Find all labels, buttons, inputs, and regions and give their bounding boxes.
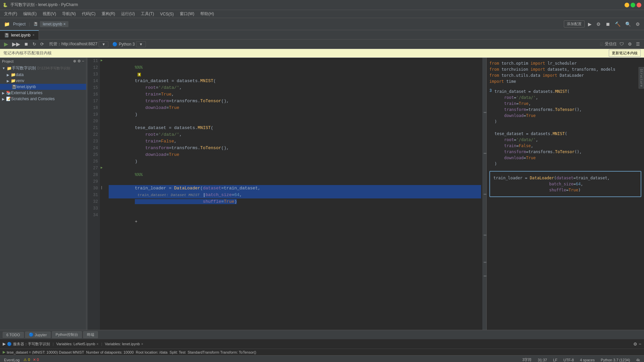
tab-icon: 📓 <box>4 33 9 38</box>
status-event-log[interactable]: EventLog <box>3 358 21 362</box>
cursor-line-30: | <box>101 185 103 190</box>
scroll-marker-6 <box>484 276 486 277</box>
code-line-11: %%% ▮ <box>109 58 481 64</box>
var-lenet5-close[interactable]: × <box>97 342 99 346</box>
cell-marker: ▮ <box>138 73 141 76</box>
sidebar-item-root[interactable]: ▼ 📁 手写数字识别 D:\1234\手写数字识别 <box>0 65 86 72</box>
sidebar-close-icon[interactable]: − <box>82 59 84 63</box>
run-cell-icon-11[interactable]: ▶ <box>101 58 103 63</box>
update-kernel-button[interactable]: 更新笔记本内核 <box>609 50 641 57</box>
menu-window[interactable]: 窗口(W) <box>177 10 197 17</box>
menu-help[interactable]: 帮助(H) <box>198 10 217 17</box>
tab-lenet[interactable]: 📓 lenet.ipynb × <box>0 30 39 40</box>
add-config-button[interactable]: 添加配置 <box>564 20 585 27</box>
root-label: 手写数字识别 <box>12 65 36 71</box>
code-line-28 <box>109 172 481 178</box>
bottom-tabs-bar: 6 TODO 🔵 Jupyter Python控制台 终端 <box>0 330 644 339</box>
menu-run[interactable]: 运行(U) <box>118 10 138 17</box>
var-lenet-close[interactable]: × <box>141 342 143 346</box>
var-play-button[interactable]: ▶ <box>3 342 6 346</box>
var-settings-button[interactable]: ⚙ <box>633 342 637 347</box>
code-line-27: %%% <box>109 165 481 172</box>
code-content[interactable]: %%% ▮ train_dataset = datasets.MNIST( ro… <box>107 58 482 330</box>
status-indent[interactable]: 4 spaces <box>579 358 596 362</box>
run-button[interactable]: ▶ <box>587 21 593 27</box>
variable-data-row: ▶ tese_dataset = (MNIST: 10000) Dataset … <box>0 349 644 355</box>
menu-code[interactable]: 代码(C) <box>79 10 98 17</box>
file-tab[interactable]: lenet.ipynb × <box>40 21 68 27</box>
nb-restart-button[interactable]: ↻ <box>31 41 38 47</box>
var-hide-button[interactable]: − <box>639 342 641 347</box>
server-label: 托管：http://localhost:8827 <box>49 41 97 47</box>
sidebar-item-scratches[interactable]: ▶ 📝 Scratches and Consoles <box>0 96 86 102</box>
status-size: 4k <box>635 358 641 362</box>
warning-text: 笔记本内核不匹配项目内核 <box>3 50 52 56</box>
settings-button[interactable]: ⚙ <box>634 21 641 27</box>
sidebar-item-data[interactable]: ▶ 📁 data <box>0 72 86 78</box>
nb-list-icon[interactable]: ☰ <box>635 41 641 47</box>
tab-todo[interactable]: 6 TODO <box>3 332 24 338</box>
search-button[interactable]: 🔍 <box>624 21 632 27</box>
project-icon[interactable]: 📁 <box>3 21 11 27</box>
nb-interrupt-button[interactable]: ⏹ <box>23 41 30 47</box>
status-encoding[interactable]: UTF-8 <box>562 358 575 362</box>
var-tab-lenet[interactable]: Variables: lenet.ipynb <box>105 342 140 346</box>
trusted-label: 受信任 <box>605 41 617 47</box>
warning-bar: 笔记本内核不匹配项目内核 更新笔记本内核 <box>0 49 644 58</box>
nb-settings-icon[interactable]: ⚙ <box>627 41 633 47</box>
ext-libs-icon: ▶ <box>2 91 5 95</box>
menu-edit[interactable]: 编辑(E) <box>20 10 39 17</box>
kernel-dropdown[interactable]: ▼ <box>136 41 146 47</box>
menu-refactor[interactable]: 重构(R) <box>99 10 118 17</box>
code-line-20: tese_dataset = datasets.MNIST( <box>109 118 481 125</box>
sidebar-add-icon[interactable]: ⊕ <box>73 59 76 63</box>
nb-run-all-button[interactable]: ▶▶ <box>11 40 21 48</box>
ext-libs-label: External Libraries <box>11 90 42 95</box>
tab-python-console[interactable]: Python控制台 <box>52 331 82 338</box>
todo-label: 6 TODO <box>6 333 20 337</box>
nb-run-button[interactable]: ▶ <box>3 40 9 48</box>
expand-icon: ▼ <box>2 66 5 70</box>
maximize-button[interactable] <box>631 3 635 7</box>
trusted-check: ☑ <box>600 42 603 47</box>
build-button[interactable]: 🔨 <box>613 21 622 27</box>
menu-tools[interactable]: 工具(T) <box>138 10 157 17</box>
nb-refresh-button[interactable]: ⟳ <box>39 41 45 47</box>
app-icon: 🐍 <box>3 3 8 7</box>
menu-view[interactable]: 视图(V) <box>40 10 59 17</box>
output-cell-3: 3 train_dataset = datasets.MNIST( root='… <box>489 88 641 167</box>
file-icon: 📓 <box>33 22 38 26</box>
output-cell-dataloader: train_loader = DataLoader(dataset=train_… <box>489 171 641 197</box>
code-line-12 <box>109 64 481 71</box>
menu-file[interactable]: 文件(F) <box>1 10 20 17</box>
trusted-icon[interactable]: 🛡 <box>618 41 625 47</box>
status-python[interactable]: Python 3.7 (1234) <box>599 358 631 362</box>
tab-terminal[interactable]: 终端 <box>83 331 98 338</box>
close-button[interactable] <box>637 3 641 7</box>
code-line-34: + <box>109 212 481 219</box>
venv-label: venv <box>16 78 24 83</box>
sidebar-item-venv[interactable]: ▶ 📁 venv <box>0 78 86 84</box>
stop-button[interactable]: ⏹ <box>604 21 611 27</box>
sidebar: Project ⊕ ⚙ − ▼ 📁 手写数字识别 D:\1234\手写数字识别 … <box>0 58 87 330</box>
tab-jupyter[interactable]: 🔵 Jupyter <box>25 331 51 338</box>
status-chars[interactable]: 3字符 <box>521 357 533 362</box>
sidebar-item-external-libs[interactable]: ▶ 📚 External Libraries <box>0 90 86 96</box>
status-line-ending[interactable]: LF <box>552 358 559 362</box>
debug-button[interactable]: ⚙ <box>595 21 602 27</box>
status-position[interactable]: 31:37 <box>536 358 548 362</box>
code-editor[interactable]: 11 12 13 14 15 16 17 18 19 20 21 22 23 2… <box>87 58 486 330</box>
tab-close-button[interactable]: × <box>33 33 35 37</box>
var-tab-lenet5[interactable]: Variables: LeNet5.ipynb <box>56 342 95 346</box>
server-dropdown[interactable]: ▼ <box>99 41 108 47</box>
sidebar-settings-icon[interactable]: ⚙ <box>77 59 81 63</box>
run-cell-icon-27[interactable]: ▶ <box>101 165 103 170</box>
minimize-button[interactable] <box>625 3 629 7</box>
structure-tab[interactable]: Structure <box>639 67 644 88</box>
scroll-gutter[interactable] <box>482 58 486 330</box>
menu-vcs[interactable]: VCS(S) <box>157 11 176 17</box>
var-data-text: tese_dataset = (MNIST: 10000) Dataset MN… <box>7 350 256 354</box>
add-cell-button[interactable]: + <box>135 219 138 224</box>
sidebar-item-lenet[interactable]: 📓 lenet.ipynb <box>0 84 86 90</box>
menu-navigate[interactable]: 导航(N) <box>59 10 78 17</box>
